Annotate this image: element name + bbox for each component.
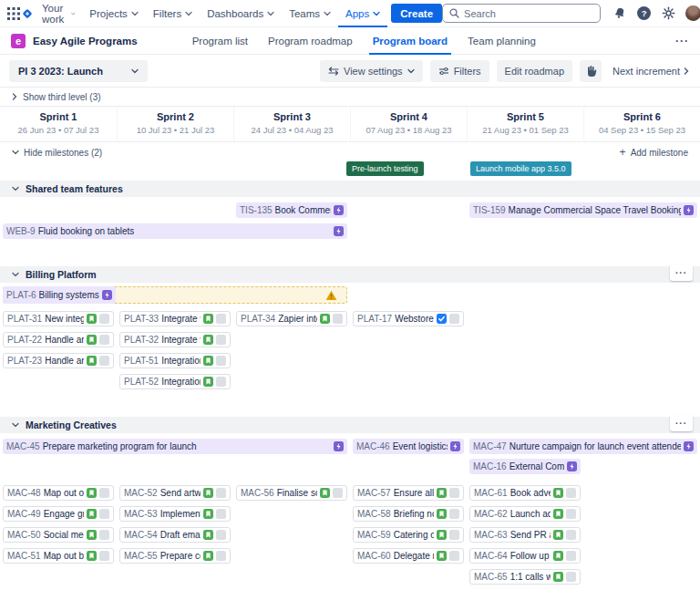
- task-card[interactable]: MAC-59 Catering ord...: [353, 527, 464, 543]
- nav-label: Teams: [289, 8, 320, 19]
- epic-card[interactable]: WEB-9 Fluid booking on tablets: [3, 223, 347, 239]
- task-card[interactable]: MAC-51 Map out bud...: [3, 548, 114, 564]
- task-card[interactable]: PLAT-34 Zapier integr...: [236, 311, 347, 326]
- epic-card[interactable]: PLAT-6 Billing systems i...: [3, 286, 116, 304]
- avatar-placeholder: [99, 488, 109, 498]
- task-card[interactable]: MAC-55 Prepare com...: [119, 548, 231, 564]
- user-avatar[interactable]: [685, 5, 700, 21]
- task-card[interactable]: MAC-52 Send artwork...: [119, 485, 231, 501]
- task-card[interactable]: MAC-48 Map out offli...: [3, 485, 114, 501]
- task-card[interactable]: MAC-60 Delegate me...: [353, 548, 464, 564]
- nav-projects[interactable]: Projects: [82, 0, 146, 27]
- task-card[interactable]: PLAT-51 Integration w...: [119, 353, 231, 368]
- task-card[interactable]: MAC-63 Send PR arti...: [469, 527, 581, 543]
- task-card[interactable]: MAC-49 Engage grap...: [3, 506, 114, 522]
- add-milestone-button[interactable]: Add milestone: [620, 146, 688, 159]
- issue-key: TIS-135: [240, 205, 273, 215]
- nav-dashboards[interactable]: Dashboards: [200, 0, 282, 27]
- create-button[interactable]: Create: [391, 4, 442, 23]
- epic-card[interactable]: MAC-45 Prepare marketing program for lau…: [3, 439, 347, 454]
- filters-button[interactable]: Filters: [430, 60, 489, 82]
- avatar-placeholder: [449, 551, 459, 561]
- task-card[interactable]: MAC-57 Ensure all thi...: [353, 485, 464, 501]
- chevron-down-icon: [407, 68, 415, 74]
- task-card[interactable]: MAC-50 Social media...: [3, 527, 114, 543]
- task-card[interactable]: PLAT-33 Integrate wit...: [119, 311, 231, 326]
- story-icon: [320, 488, 330, 498]
- issue-summary: Ensure all thi...: [394, 488, 434, 498]
- story-icon: [203, 530, 213, 540]
- epic-warning-strip: PLAT-6 Billing systems i...: [3, 286, 347, 304]
- third-level-toggle[interactable]: Show third level (3): [0, 88, 700, 106]
- edit-roadmap-button[interactable]: Edit roadmap: [497, 60, 572, 82]
- issue-summary: Webstore pu...: [395, 314, 434, 324]
- help-icon[interactable]: [637, 6, 651, 20]
- issue-summary: Handle and ...: [45, 335, 84, 345]
- chevron-down-icon: [131, 11, 139, 16]
- epic-card[interactable]: MAC-47 Nurture campaign for launch event…: [469, 439, 697, 454]
- task-card[interactable]: MAC-64 Follow up e...: [469, 548, 581, 564]
- issue-summary: Fluid booking on tablets: [38, 226, 135, 236]
- epic-card[interactable]: TIS-159 Manage Commercial Space Travel B…: [469, 202, 697, 218]
- issue-key: PLAT-52: [124, 377, 159, 387]
- pan-tool-button[interactable]: [580, 60, 602, 82]
- issue-key: MAC-51: [7, 551, 41, 561]
- tab-program-list[interactable]: Program list: [189, 27, 252, 55]
- epic-card[interactable]: TIS-135 Book Commerci...: [236, 202, 347, 218]
- epic-card[interactable]: MAC-16 External Comm...: [469, 459, 581, 474]
- section-more-icon[interactable]: ···: [670, 415, 693, 431]
- notifications-icon[interactable]: [610, 4, 630, 24]
- issue-summary: Prepare com...: [160, 551, 201, 561]
- section-header-marketing-creatives[interactable]: Marketing Creatives ···: [0, 417, 700, 433]
- filter-lines-icon: [438, 67, 449, 76]
- jira-logo-icon[interactable]: [20, 4, 35, 24]
- section-header-billing-platform[interactable]: Billing Platform ···: [0, 266, 700, 283]
- task-card[interactable]: MAC-62 Launch adve...: [469, 506, 581, 522]
- section-more-icon[interactable]: ···: [670, 264, 693, 281]
- story-icon: [203, 335, 213, 345]
- search-box[interactable]: [442, 4, 601, 23]
- epic-card[interactable]: MAC-46 Event logistics f...: [353, 439, 464, 454]
- search-input[interactable]: [464, 8, 593, 19]
- tab-program-roadmap[interactable]: Program roadmap: [264, 27, 356, 55]
- nav-teams[interactable]: Teams: [282, 0, 338, 27]
- nav-apps[interactable]: Apps: [338, 0, 387, 27]
- nav-your-work[interactable]: Your work: [35, 0, 82, 27]
- settings-gear-icon[interactable]: [658, 4, 678, 24]
- story-icon: [437, 488, 447, 498]
- task-card[interactable]: MAC-56 Finalise soci...: [236, 485, 347, 501]
- next-increment-link[interactable]: Next increment: [612, 66, 689, 77]
- task-card[interactable]: PLAT-17 Webstore pu...: [353, 311, 464, 326]
- nav-filters[interactable]: Filters: [146, 0, 200, 27]
- sprint-name: Sprint 5: [468, 111, 583, 122]
- task-card[interactable]: PLAT-31 New integrat...: [3, 311, 114, 326]
- chevron-right-icon: [12, 93, 17, 100]
- section-title: Marketing Creatives: [26, 419, 117, 430]
- tab-program-board[interactable]: Program board: [369, 27, 451, 55]
- hand-icon: [584, 65, 597, 78]
- nav-label: Dashboards: [207, 8, 263, 19]
- section-header-shared-team-features[interactable]: Shared team features: [0, 181, 700, 197]
- task-card[interactable]: MAC-54 Draft email in...: [119, 527, 231, 543]
- view-settings-button[interactable]: View settings: [320, 60, 423, 82]
- issue-key: MAC-16: [473, 461, 507, 471]
- task-card[interactable]: PLAT-52 Integration w...: [119, 374, 231, 389]
- issue-key: MAC-52: [124, 488, 158, 498]
- chevron-down-icon: [71, 11, 75, 16]
- task-card[interactable]: PLAT-32 Integrate wit...: [119, 332, 231, 347]
- task-card[interactable]: PLAT-23 Handle and ...: [3, 353, 114, 368]
- task-card[interactable]: MAC-53 Implement ta...: [119, 506, 231, 522]
- app-switcher-icon[interactable]: [7, 4, 20, 24]
- tab-team-planning[interactable]: Team planning: [464, 27, 540, 55]
- task-card[interactable]: MAC-61 Book adverti...: [469, 485, 581, 501]
- task-card[interactable]: PLAT-22 Handle and ...: [3, 332, 114, 347]
- milestone-chip[interactable]: Pre-launch testing: [346, 161, 424, 176]
- task-card[interactable]: MAC-65 1:1 calls with...: [469, 569, 581, 585]
- milestones-toggle[interactable]: Hide milestones (2): [12, 148, 102, 158]
- issue-summary: Map out offli...: [44, 488, 84, 498]
- avatar-placeholder: [216, 509, 226, 519]
- milestone-chip[interactable]: Launch mobile app 3.5.0: [470, 161, 571, 176]
- pi-selector[interactable]: PI 3 2023: Launch: [9, 60, 148, 82]
- task-card[interactable]: MAC-58 Briefing note ...: [353, 506, 464, 522]
- app-more-icon[interactable]: ···: [675, 35, 689, 47]
